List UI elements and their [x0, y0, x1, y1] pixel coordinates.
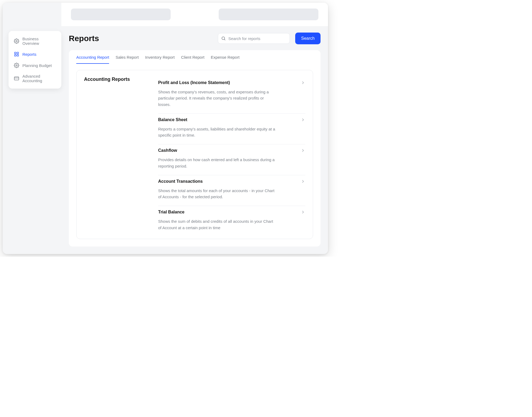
sidebar-container: Business Overview Reports Planning Budge…	[3, 26, 61, 254]
search-button[interactable]: Search	[295, 33, 321, 44]
chevron-right-icon	[301, 179, 305, 184]
svg-point-0	[16, 41, 17, 42]
report-item-balance-sheet[interactable]: Balance Sheet Reports a company's assets…	[158, 114, 305, 145]
app-window: Business Overview Reports Planning Budge…	[3, 3, 328, 254]
report-item-account-transactions[interactable]: Account Transactions Shows the total amo…	[158, 175, 305, 206]
section-title: Accounting Reports	[84, 77, 158, 82]
sidebar-item-label: Business Overview	[22, 37, 56, 46]
chevron-right-icon	[301, 210, 305, 215]
sidebar-item-reports[interactable]: Reports	[11, 49, 59, 60]
svg-point-8	[222, 37, 225, 40]
report-list: Profit and Loss (Income Statement) Shows…	[158, 77, 305, 237]
content-left: Accounting Reports	[84, 77, 158, 237]
sidebar-item-business-overview[interactable]: Business Overview	[11, 34, 59, 49]
svg-rect-6	[14, 77, 19, 80]
gear-icon	[14, 63, 19, 68]
tab-expense-report[interactable]: Expense Report	[211, 55, 240, 64]
tabs: Accounting Report Sales Report Inventory…	[69, 50, 321, 64]
main-content: Reports Search Accounting Report Sales R…	[61, 26, 328, 254]
grid-icon	[14, 51, 19, 57]
report-title: Account Transactions	[158, 179, 301, 184]
card-icon	[14, 76, 19, 81]
report-title: Trial Balance	[158, 210, 301, 215]
report-item-trial-balance[interactable]: Trial Balance Shows the sum of debits an…	[158, 206, 305, 237]
report-desc: Provides details on how cash entered and…	[158, 157, 275, 169]
svg-point-5	[16, 65, 17, 66]
report-desc: Shows the sum of debits and credits of a…	[158, 218, 275, 231]
svg-rect-2	[17, 52, 19, 54]
search-icon	[221, 36, 226, 41]
tab-sales-report[interactable]: Sales Report	[115, 55, 139, 64]
sidebar-item-advanced-accounting[interactable]: Advanced Accounting	[11, 71, 59, 86]
content-card: Accounting Reports Profit and Loss (Inco…	[76, 70, 313, 239]
panel: Accounting Report Sales Report Inventory…	[69, 50, 321, 247]
search-wrap	[218, 33, 290, 44]
gear-icon	[14, 38, 19, 44]
sidebar-item-planning-budget[interactable]: Planning Budget	[11, 60, 59, 71]
topbar-skeleton-right	[219, 9, 318, 20]
chevron-right-icon	[301, 117, 305, 122]
chevron-right-icon	[301, 80, 305, 85]
chevron-right-icon	[301, 148, 305, 153]
topbar-skeleton-left	[71, 9, 171, 20]
sidebar-item-label: Planning Budget	[22, 63, 52, 68]
svg-rect-1	[15, 52, 16, 54]
page-header: Reports Search	[69, 33, 321, 44]
report-desc: Shows the total amounts for each of your…	[158, 188, 275, 200]
report-desc: Reports a company's assets, liabilities …	[158, 126, 275, 138]
report-title: Profit and Loss (Income Statement)	[158, 80, 301, 85]
report-item-profit-and-loss[interactable]: Profit and Loss (Income Statement) Shows…	[158, 77, 305, 114]
tab-client-report[interactable]: Client Report	[181, 55, 205, 64]
page-title: Reports	[69, 34, 213, 43]
report-desc: Shows the company's revenues, costs, and…	[158, 89, 275, 108]
sidebar-item-label: Advanced Accounting	[22, 74, 56, 83]
sidebar: Business Overview Reports Planning Budge…	[9, 31, 61, 89]
svg-line-9	[225, 39, 225, 40]
svg-rect-4	[17, 55, 19, 56]
report-item-cashflow[interactable]: Cashflow Provides details on how cash en…	[158, 144, 305, 175]
sidebar-item-label: Reports	[22, 52, 37, 57]
tab-accounting-report[interactable]: Accounting Report	[76, 55, 109, 64]
report-title: Balance Sheet	[158, 117, 301, 122]
search-input[interactable]	[218, 33, 290, 44]
report-title: Cashflow	[158, 148, 301, 153]
svg-rect-3	[15, 55, 16, 56]
topbar	[61, 3, 328, 26]
tab-inventory-report[interactable]: Inventory Report	[145, 55, 175, 64]
